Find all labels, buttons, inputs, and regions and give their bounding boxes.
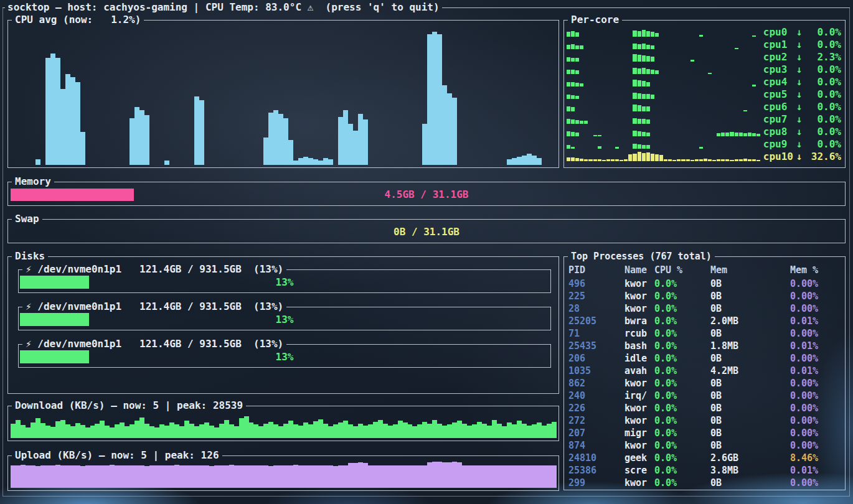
chart-bar — [417, 424, 422, 438]
process-row: 24810geek0.0%2.6GB8.46% — [568, 452, 841, 464]
chart-bar — [273, 110, 278, 165]
chart-bar — [393, 424, 398, 438]
chart-bar — [383, 465, 388, 488]
down-arrow-icon: ↓ — [793, 39, 805, 50]
chart-bar — [298, 465, 303, 488]
chart-bar — [75, 82, 80, 165]
chart-bar — [442, 426, 447, 438]
chart-bar — [70, 426, 75, 438]
core-label: cpu3 — [763, 63, 793, 75]
download-history-chart — [11, 409, 556, 438]
process-row: 207migr0.0%0B0.00% — [568, 427, 841, 439]
chart-bar — [219, 465, 224, 488]
chart-bar — [567, 106, 570, 111]
chart-bar — [368, 465, 373, 488]
down-arrow-icon: ↓ — [793, 88, 805, 100]
chart-bar — [164, 426, 169, 438]
chart-bar — [699, 159, 703, 161]
down-arrow-icon: ↓ — [793, 101, 805, 113]
chart-bar — [532, 156, 537, 165]
chart-bar — [199, 424, 204, 438]
chart-bar — [690, 160, 694, 161]
chart-bar — [571, 157, 575, 161]
disk-item: ⚡ /dev/nvme0n1p1 121.4GB / 931.5GB (13%)… — [18, 307, 551, 330]
chart-bar — [432, 462, 437, 488]
process-mem-percent: 0.00% — [790, 378, 841, 389]
chart-bar — [358, 462, 363, 488]
disk-label: /dev/nvme0n1p1 121.4GB / 931.5GB (13%) — [37, 263, 283, 275]
chart-bar — [288, 140, 293, 165]
process-row: 226kwor0.0%0B0.00% — [568, 402, 841, 414]
chart-bar — [552, 465, 557, 488]
process-name: rcub — [624, 328, 654, 339]
process-mem-percent: 0.00% — [790, 440, 841, 451]
chart-bar — [571, 119, 575, 124]
process-row: 272kwor0.0%0B0.00% — [568, 414, 841, 427]
chart-bar — [50, 465, 55, 488]
core-label: cpu1 — [763, 39, 793, 50]
terminal-window[interactable]: socktop — host: cachyos-gaming | CPU Tem… — [0, 0, 853, 504]
chart-bar — [422, 422, 427, 438]
process-mem: 0B — [710, 390, 790, 401]
chart-bar — [313, 421, 318, 438]
chart-bar — [571, 44, 575, 49]
chart-bar — [437, 462, 442, 488]
chart-bar — [567, 95, 570, 99]
chart-bar — [388, 426, 393, 438]
chart-bar — [442, 85, 447, 165]
chart-bar — [457, 462, 462, 488]
chart-bar — [55, 58, 60, 165]
chart-bar — [633, 80, 636, 86]
chart-bar — [638, 105, 641, 111]
chart-bar — [735, 48, 738, 49]
chart-bar — [16, 465, 21, 488]
chart-bar — [348, 424, 353, 438]
cpu-history-chart — [11, 27, 556, 165]
chart-bar — [633, 30, 636, 37]
disks-title: Disks — [12, 251, 48, 262]
process-mem-percent: 0.00% — [790, 390, 841, 401]
chart-bar — [502, 426, 507, 438]
chart-bar — [149, 426, 154, 438]
process-cpu: 0.0% — [654, 340, 710, 352]
app-title: socktop — host: cachyos-gaming | CPU Tem… — [5, 2, 442, 13]
chart-bar — [40, 423, 45, 438]
chart-bar — [204, 465, 209, 488]
chart-bar — [739, 133, 743, 136]
down-arrow-icon: ↓ — [793, 138, 805, 150]
core-usage-value: 0.0% — [805, 126, 841, 138]
chart-bar — [139, 465, 144, 488]
process-cpu: 0.0% — [654, 291, 710, 302]
process-mem-percent: 0.00% — [790, 477, 841, 488]
chart-bar — [633, 44, 636, 49]
chart-bar — [575, 96, 579, 99]
app-title-bar: socktop — host: cachyos-gaming | CPU Tem… — [2, 2, 850, 13]
chart-bar — [482, 424, 487, 438]
chart-bar — [50, 54, 55, 165]
chart-bar — [672, 160, 676, 161]
chart-bar — [575, 120, 579, 124]
chart-bar — [522, 465, 527, 488]
chart-bar — [412, 426, 417, 438]
chart-bar — [567, 45, 570, 50]
chart-bar — [263, 424, 268, 438]
chart-bar — [756, 160, 760, 161]
core-row: cpu8↓0.0% — [567, 125, 841, 138]
chart-bar — [348, 124, 353, 165]
disks-panel-border: Disks — [7, 251, 559, 262]
chart-bar — [646, 145, 650, 148]
chart-bar — [482, 465, 487, 488]
process-mem-percent: 0.01% — [790, 315, 841, 327]
chart-bar — [567, 119, 570, 124]
chart-bar — [646, 56, 650, 62]
chart-bar — [403, 465, 408, 488]
chart-bar — [497, 424, 502, 438]
process-pid: 1035 — [568, 365, 624, 376]
chart-bar — [628, 154, 632, 161]
chart-bar — [642, 153, 646, 161]
chart-bar — [184, 421, 189, 438]
chart-bar — [571, 82, 575, 86]
upload-panel: Upload (KB/s) — now: 5 | peak: 126 — [7, 455, 559, 491]
chart-bar — [427, 34, 432, 165]
chart-bar — [472, 424, 477, 438]
